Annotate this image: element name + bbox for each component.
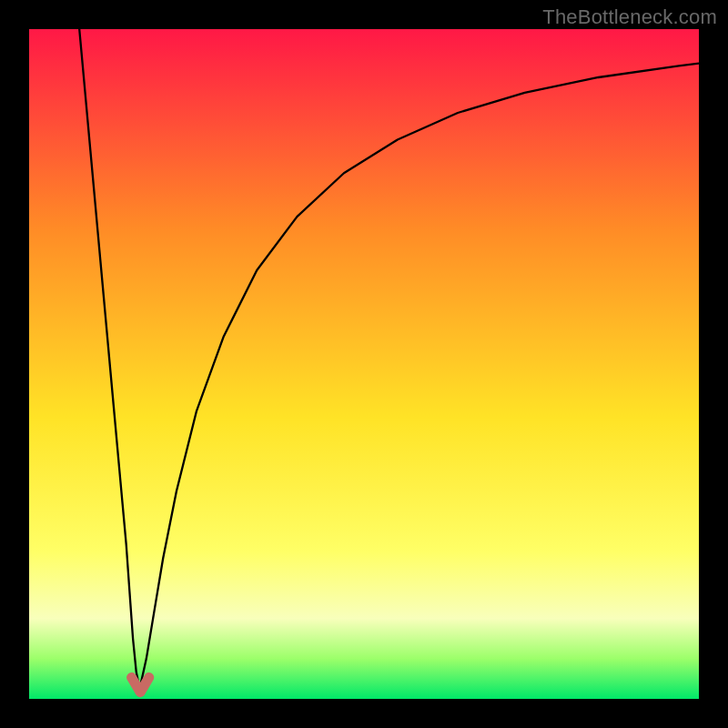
bottleneck-chart [29, 29, 699, 699]
chart-frame [29, 29, 699, 699]
watermark-text: TheBottleneck.com [542, 5, 717, 29]
